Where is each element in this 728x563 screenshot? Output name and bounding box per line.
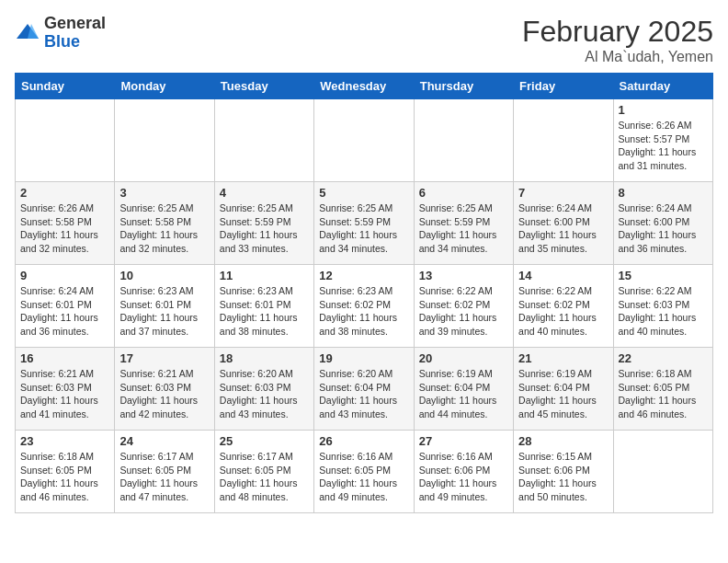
calendar-cell: 12Sunrise: 6:23 AM Sunset: 6:02 PM Dayli… [314, 265, 414, 348]
weekday-header-friday: Friday [514, 74, 613, 99]
calendar-cell: 24Sunrise: 6:17 AM Sunset: 6:05 PM Dayli… [115, 431, 214, 513]
day-info: Sunrise: 6:24 AM Sunset: 6:01 PM Dayligh… [20, 284, 109, 339]
calendar-cell: 1Sunrise: 6:26 AM Sunset: 5:57 PM Daylig… [613, 99, 712, 182]
calendar-cell [414, 99, 513, 182]
day-number: 26 [319, 434, 408, 448]
calendar-cell [214, 99, 313, 182]
day-info: Sunrise: 6:22 AM Sunset: 6:02 PM Dayligh… [518, 284, 608, 339]
calendar-cell: 20Sunrise: 6:19 AM Sunset: 6:04 PM Dayli… [414, 348, 513, 431]
day-number: 28 [518, 434, 608, 448]
calendar-cell: 5Sunrise: 6:25 AM Sunset: 5:59 PM Daylig… [314, 182, 414, 265]
day-info: Sunrise: 6:24 AM Sunset: 6:00 PM Dayligh… [619, 201, 708, 256]
day-number: 27 [419, 434, 508, 448]
logo-icon [15, 20, 40, 46]
day-number: 1 [619, 103, 708, 117]
day-number: 24 [119, 434, 209, 448]
week-row-2: 9Sunrise: 6:24 AM Sunset: 6:01 PM Daylig… [16, 265, 713, 348]
day-number: 12 [319, 269, 408, 282]
day-number: 14 [518, 269, 608, 282]
day-info: Sunrise: 6:15 AM Sunset: 6:06 PM Dayligh… [518, 450, 608, 504]
day-number: 18 [220, 351, 309, 365]
day-number: 21 [518, 351, 608, 365]
calendar-cell: 15Sunrise: 6:22 AM Sunset: 6:03 PM Dayli… [613, 265, 712, 348]
day-info: Sunrise: 6:25 AM Sunset: 5:58 PM Dayligh… [119, 201, 209, 256]
calendar-cell: 8Sunrise: 6:24 AM Sunset: 6:00 PM Daylig… [613, 182, 712, 265]
day-number: 10 [119, 269, 209, 282]
day-info: Sunrise: 6:25 AM Sunset: 5:59 PM Dayligh… [419, 201, 508, 256]
month-title: February 2025 [522, 15, 713, 49]
weekday-header-monday: Monday [115, 74, 214, 99]
calendar-cell: 11Sunrise: 6:23 AM Sunset: 6:01 PM Dayli… [214, 265, 313, 348]
location-subtitle: Al Ma`udah, Yemen [522, 49, 713, 65]
day-number: 11 [220, 269, 309, 282]
calendar-cell: 2Sunrise: 6:26 AM Sunset: 5:58 PM Daylig… [16, 182, 115, 265]
calendar-cell [613, 431, 712, 513]
calendar-cell: 17Sunrise: 6:21 AM Sunset: 6:03 PM Dayli… [115, 348, 214, 431]
calendar-cell [514, 99, 613, 182]
day-info: Sunrise: 6:19 AM Sunset: 6:04 PM Dayligh… [518, 367, 608, 421]
calendar-cell: 25Sunrise: 6:17 AM Sunset: 6:05 PM Dayli… [214, 431, 313, 513]
day-number: 6 [419, 186, 508, 200]
day-number: 13 [419, 269, 508, 282]
logo-general-text: General [44, 14, 106, 32]
weekday-header-tuesday: Tuesday [214, 74, 313, 99]
calendar-cell: 27Sunrise: 6:16 AM Sunset: 6:06 PM Dayli… [414, 431, 513, 513]
day-number: 8 [619, 186, 708, 200]
weekday-header-sunday: Sunday [16, 74, 115, 99]
day-info: Sunrise: 6:21 AM Sunset: 6:03 PM Dayligh… [119, 367, 209, 421]
calendar-cell: 19Sunrise: 6:20 AM Sunset: 6:04 PM Dayli… [314, 348, 414, 431]
weekday-header-row: SundayMondayTuesdayWednesdayThursdayFrid… [16, 74, 713, 99]
day-info: Sunrise: 6:22 AM Sunset: 6:03 PM Dayligh… [619, 284, 708, 339]
day-info: Sunrise: 6:18 AM Sunset: 6:05 PM Dayligh… [20, 450, 109, 504]
day-info: Sunrise: 6:21 AM Sunset: 6:03 PM Dayligh… [20, 367, 109, 421]
day-number: 15 [619, 269, 708, 282]
day-number: 4 [220, 186, 309, 200]
day-number: 20 [419, 351, 508, 365]
day-info: Sunrise: 6:26 AM Sunset: 5:58 PM Dayligh… [20, 201, 109, 256]
day-info: Sunrise: 6:24 AM Sunset: 6:00 PM Dayligh… [518, 201, 608, 256]
day-number: 23 [20, 434, 109, 448]
week-row-4: 23Sunrise: 6:18 AM Sunset: 6:05 PM Dayli… [16, 431, 713, 513]
calendar-cell [115, 99, 214, 182]
day-info: Sunrise: 6:20 AM Sunset: 6:03 PM Dayligh… [220, 367, 309, 421]
calendar-cell: 18Sunrise: 6:20 AM Sunset: 6:03 PM Dayli… [214, 348, 313, 431]
day-number: 5 [319, 186, 408, 200]
day-info: Sunrise: 6:25 AM Sunset: 5:59 PM Dayligh… [220, 201, 309, 256]
day-info: Sunrise: 6:23 AM Sunset: 6:02 PM Dayligh… [319, 284, 408, 339]
weekday-header-thursday: Thursday [414, 74, 513, 99]
week-row-3: 16Sunrise: 6:21 AM Sunset: 6:03 PM Dayli… [16, 348, 713, 431]
day-info: Sunrise: 6:16 AM Sunset: 6:06 PM Dayligh… [419, 450, 508, 504]
weekday-header-saturday: Saturday [613, 74, 712, 99]
day-info: Sunrise: 6:20 AM Sunset: 6:04 PM Dayligh… [319, 367, 408, 421]
calendar-cell [16, 99, 115, 182]
day-info: Sunrise: 6:22 AM Sunset: 6:02 PM Dayligh… [419, 284, 508, 339]
day-number: 25 [220, 434, 309, 448]
logo: General Blue [15, 15, 106, 52]
calendar-cell: 10Sunrise: 6:23 AM Sunset: 6:01 PM Dayli… [115, 265, 214, 348]
calendar-cell: 7Sunrise: 6:24 AM Sunset: 6:00 PM Daylig… [514, 182, 613, 265]
calendar-cell: 23Sunrise: 6:18 AM Sunset: 6:05 PM Dayli… [16, 431, 115, 513]
week-row-1: 2Sunrise: 6:26 AM Sunset: 5:58 PM Daylig… [16, 182, 713, 265]
calendar-cell: 14Sunrise: 6:22 AM Sunset: 6:02 PM Dayli… [514, 265, 613, 348]
calendar-table: SundayMondayTuesdayWednesdayThursdayFrid… [15, 73, 713, 513]
day-number: 19 [319, 351, 408, 365]
day-number: 7 [518, 186, 608, 200]
day-info: Sunrise: 6:16 AM Sunset: 6:05 PM Dayligh… [319, 450, 408, 504]
day-info: Sunrise: 6:19 AM Sunset: 6:04 PM Dayligh… [419, 367, 508, 421]
day-info: Sunrise: 6:25 AM Sunset: 5:59 PM Dayligh… [319, 201, 408, 256]
calendar-cell: 9Sunrise: 6:24 AM Sunset: 6:01 PM Daylig… [16, 265, 115, 348]
calendar-cell: 22Sunrise: 6:18 AM Sunset: 6:05 PM Dayli… [613, 348, 712, 431]
calendar-cell: 13Sunrise: 6:22 AM Sunset: 6:02 PM Dayli… [414, 265, 513, 348]
calendar-cell: 26Sunrise: 6:16 AM Sunset: 6:05 PM Dayli… [314, 431, 414, 513]
day-number: 22 [619, 351, 708, 365]
calendar-cell: 21Sunrise: 6:19 AM Sunset: 6:04 PM Dayli… [514, 348, 613, 431]
calendar-cell: 28Sunrise: 6:15 AM Sunset: 6:06 PM Dayli… [514, 431, 613, 513]
day-number: 9 [20, 269, 109, 282]
calendar-cell: 16Sunrise: 6:21 AM Sunset: 6:03 PM Dayli… [16, 348, 115, 431]
weekday-header-wednesday: Wednesday [314, 74, 414, 99]
day-info: Sunrise: 6:23 AM Sunset: 6:01 PM Dayligh… [220, 284, 309, 339]
day-info: Sunrise: 6:26 AM Sunset: 5:57 PM Dayligh… [619, 119, 708, 173]
day-info: Sunrise: 6:17 AM Sunset: 6:05 PM Dayligh… [119, 450, 209, 504]
calendar-cell [314, 99, 414, 182]
day-number: 16 [20, 351, 109, 365]
